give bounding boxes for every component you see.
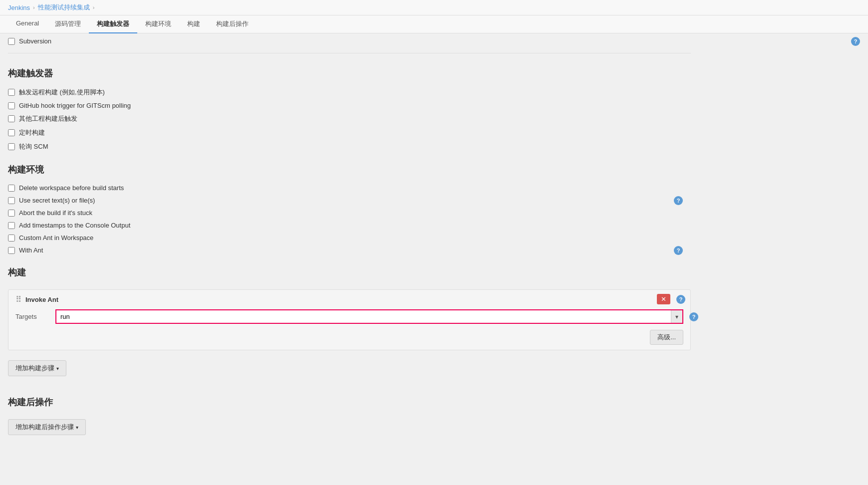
trigger-other-checkbox[interactable] [8, 115, 15, 122]
subversion-checkbox[interactable] [8, 38, 15, 45]
trigger-items: 触发远程构建 (例如,使用脚本) GitHub hook trigger for… [8, 85, 691, 154]
trigger-github-label[interactable]: GitHub hook trigger for GITScm polling [8, 102, 131, 109]
env-abort-stuck-checkbox[interactable] [8, 210, 15, 217]
targets-dropdown-button[interactable]: ▾ [671, 310, 682, 323]
targets-input[interactable] [56, 310, 671, 323]
trigger-item-remote: 触发远程构建 (例如,使用脚本) [8, 85, 691, 99]
trigger-poll-label[interactable]: 轮询 SCM [8, 142, 48, 151]
advanced-button[interactable]: 高级... [650, 330, 683, 345]
env-item-custom-ant: Custom Ant in Workspace [8, 232, 691, 244]
drag-handle-icon[interactable]: ⠿ [15, 295, 21, 304]
tab-bar: General 源码管理 构建触发器 构建环境 构建 构建后操作 [0, 15, 868, 33]
add-build-step-dropdown-icon: ▾ [56, 366, 59, 371]
invoke-ant-help-icon[interactable]: ? [676, 295, 685, 304]
targets-form-row: Targets ▾ ? [15, 309, 683, 324]
env-with-ant-help-icon[interactable]: ? [674, 246, 683, 255]
env-secret-text-label[interactable]: Use secret text(s) or file(s) [8, 197, 95, 204]
tab-source[interactable]: 源码管理 [47, 15, 89, 33]
env-item-delete-workspace: Delete workspace before build starts [8, 182, 691, 194]
targets-help-icon[interactable]: ? [689, 312, 698, 321]
env-abort-stuck-label[interactable]: Abort the build if it's stuck [8, 209, 92, 217]
env-item-abort-stuck: Abort the build if it's stuck [8, 207, 691, 219]
trigger-github-text: GitHub hook trigger for GITScm polling [19, 102, 131, 109]
trigger-other-label[interactable]: 其他工程构建后触发 [8, 114, 77, 123]
trigger-poll-text: 轮询 SCM [19, 142, 48, 151]
add-build-step-label: 增加构建步骤 [15, 364, 54, 373]
trigger-github-checkbox[interactable] [8, 102, 15, 109]
add-post-build-dropdown-icon: ▾ [76, 425, 78, 430]
tab-trigger[interactable]: 构建触发器 [89, 15, 137, 33]
add-post-build-step-label: 增加构建后操作步骤 [15, 423, 74, 432]
env-custom-ant-text: Custom Ant in Workspace [19, 234, 93, 242]
post-build-section-header: 构建后操作 [8, 386, 691, 414]
build-env-section-header: 构建环境 [8, 154, 691, 182]
invoke-ant-card: ⠿ Invoke Ant ✕ ? Targets ▾ ? 高级... [8, 289, 691, 350]
env-secret-text-help-icon[interactable]: ? [674, 196, 683, 205]
add-build-step-button[interactable]: 增加构建步骤 ▾ [8, 360, 66, 376]
trigger-remote-text: 触发远程构建 (例如,使用脚本) [19, 88, 105, 97]
env-secret-text-checkbox[interactable] [8, 197, 15, 204]
trigger-cron-text: 定时构建 [19, 128, 45, 137]
trigger-item-poll: 轮询 SCM [8, 140, 691, 154]
trigger-section-header: 构建触发器 [8, 57, 691, 85]
env-with-ant-text: With Ant [19, 246, 43, 254]
post-build-section: 构建后操作 增加构建后操作步骤 ▾ [8, 386, 691, 435]
trigger-item-cron: 定时构建 [8, 126, 691, 140]
env-delete-workspace-checkbox[interactable] [8, 185, 15, 192]
breadcrumb-sep1: › [33, 4, 35, 10]
env-timestamps-label[interactable]: Add timestamps to the Console Output [8, 222, 130, 229]
targets-label: Targets [15, 313, 55, 320]
tab-build[interactable]: 构建 [179, 15, 208, 33]
env-secret-text-text: Use secret text(s) or file(s) [19, 197, 95, 204]
trigger-remote-checkbox[interactable] [8, 89, 15, 96]
trigger-remote-label[interactable]: 触发远程构建 (例如,使用脚本) [8, 88, 105, 97]
breadcrumb-project[interactable]: 性能测试持续集成 [38, 3, 90, 12]
breadcrumb-bar: Jenkins › 性能测试持续集成 › [0, 0, 868, 15]
tab-general[interactable]: General [8, 15, 47, 33]
subversion-help-icon[interactable]: ? [851, 37, 860, 46]
env-item-timestamps: Add timestamps to the Console Output [8, 219, 691, 232]
tab-env[interactable]: 构建环境 [137, 15, 179, 33]
env-timestamps-checkbox[interactable] [8, 222, 15, 229]
main-content: Subversion ? 构建触发器 触发远程构建 (例如,使用脚本) GitH… [0, 33, 699, 455]
breadcrumb-jenkins[interactable]: Jenkins [8, 4, 30, 11]
trigger-other-text: 其他工程构建后触发 [19, 114, 77, 123]
invoke-ant-title: Invoke Ant [25, 296, 58, 303]
trigger-cron-label[interactable]: 定时构建 [8, 128, 45, 137]
trigger-cron-checkbox[interactable] [8, 129, 15, 136]
advanced-btn-row: 高级... [15, 327, 683, 345]
env-with-ant-label[interactable]: With Ant [8, 246, 43, 254]
env-with-ant-checkbox[interactable] [8, 247, 15, 254]
env-item-with-ant: With Ant ? [8, 244, 691, 256]
invoke-ant-card-header: ⠿ Invoke Ant [15, 295, 683, 304]
subversion-row: Subversion ? [8, 33, 691, 49]
add-post-build-step-button[interactable]: 增加构建后操作步骤 ▾ [8, 419, 86, 435]
tab-post[interactable]: 构建后操作 [208, 15, 257, 33]
build-section-header: 构建 [8, 256, 691, 284]
breadcrumb-sep2: › [93, 4, 95, 10]
trigger-item-github: GitHub hook trigger for GITScm polling [8, 99, 691, 112]
env-item-secret-text: Use secret text(s) or file(s) ? [8, 194, 691, 207]
env-delete-workspace-label[interactable]: Delete workspace before build starts [8, 184, 124, 192]
delete-invoke-ant-button[interactable]: ✕ [657, 294, 670, 304]
env-abort-stuck-text: Abort the build if it's stuck [19, 209, 92, 217]
env-timestamps-text: Add timestamps to the Console Output [19, 222, 130, 229]
env-custom-ant-label[interactable]: Custom Ant in Workspace [8, 234, 93, 242]
trigger-poll-checkbox[interactable] [8, 143, 15, 150]
subversion-label: Subversion [19, 37, 51, 45]
env-delete-workspace-text: Delete workspace before build starts [19, 184, 124, 192]
build-env-items: Delete workspace before build starts Use… [8, 182, 691, 256]
env-custom-ant-checkbox[interactable] [8, 235, 15, 242]
trigger-item-other: 其他工程构建后触发 [8, 112, 691, 126]
targets-input-wrapper: ▾ [55, 309, 683, 324]
